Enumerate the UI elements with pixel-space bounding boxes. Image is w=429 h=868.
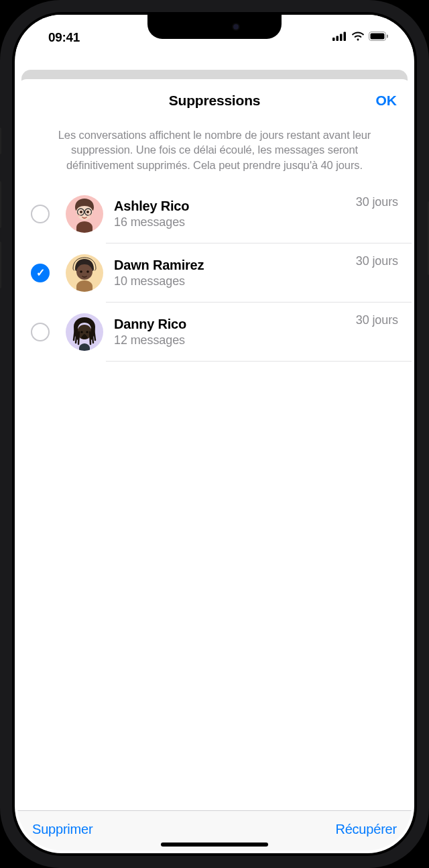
modal-sheet: Suppressions OK Les conversations affich… [17, 79, 412, 851]
message-count: 10 messages [114, 274, 356, 288]
days-remaining: 30 jours [356, 313, 398, 327]
svg-line-18 [74, 329, 75, 340]
contact-name: Ashley Rico [114, 199, 356, 214]
list-item[interactable]: ✓ Dawn Ramirez 10 messages 30 jours [17, 243, 412, 303]
battery-icon [369, 32, 389, 44]
svg-rect-5 [371, 34, 385, 40]
conversation-list: Ashley Rico 16 messages 30 jours ✓ [17, 184, 412, 810]
svg-rect-0 [332, 38, 335, 41]
days-remaining: 30 jours [356, 195, 398, 209]
checkmark-icon: ✓ [36, 266, 45, 279]
checkbox-checked-icon[interactable]: ✓ [31, 264, 50, 282]
checkbox-unchecked-icon[interactable] [31, 205, 50, 223]
checkbox-unchecked-icon[interactable] [31, 323, 50, 341]
list-item[interactable]: Danny Rico 12 messages 30 jours [17, 303, 412, 362]
cellular-signal-icon [332, 32, 347, 44]
recover-button[interactable]: Récupérer [335, 822, 397, 837]
svg-line-23 [90, 332, 90, 344]
message-count: 16 messages [114, 215, 356, 229]
days-remaining: 30 jours [356, 254, 398, 268]
home-indicator[interactable] [161, 843, 268, 847]
contact-name: Danny Rico [114, 317, 356, 332]
svg-point-25 [86, 331, 88, 333]
avatar [66, 254, 103, 292]
contact-name: Dawn Ramirez [114, 258, 356, 273]
svg-point-12 [78, 214, 81, 216]
message-count: 12 messages [114, 333, 356, 347]
list-item[interactable]: Ashley Rico 16 messages 30 jours [17, 184, 412, 243]
status-icons [332, 32, 389, 44]
svg-point-8 [80, 211, 82, 213]
delete-button[interactable]: Supprimer [32, 822, 93, 837]
ok-button[interactable]: OK [376, 93, 397, 109]
svg-point-24 [80, 331, 82, 333]
svg-rect-3 [344, 32, 347, 42]
svg-rect-1 [336, 36, 339, 42]
sheet-description: Les conversations affichent le nombre de… [17, 122, 412, 184]
svg-point-16 [86, 270, 89, 273]
svg-point-9 [86, 211, 89, 213]
svg-rect-6 [387, 35, 388, 38]
svg-point-15 [80, 270, 82, 273]
svg-line-21 [94, 329, 95, 340]
page-title: Suppressions [169, 93, 260, 109]
svg-rect-2 [340, 34, 343, 42]
wifi-icon [351, 32, 365, 44]
status-time: 09:41 [48, 30, 80, 45]
avatar [66, 313, 103, 351]
sheet-header: Suppressions OK [17, 79, 412, 122]
svg-point-13 [88, 214, 92, 216]
svg-line-20 [78, 332, 79, 344]
avatar [66, 195, 103, 233]
